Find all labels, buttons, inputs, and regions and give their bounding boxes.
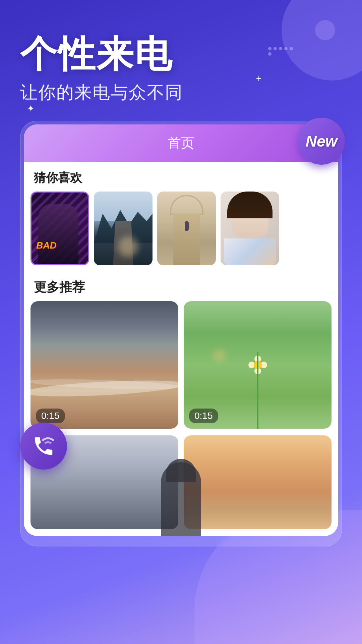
main-title: 个性来电 — [20, 34, 183, 74]
thumbs-row: BAD — [24, 192, 338, 272]
grid-row-1: 0:15 0:15 — [24, 301, 338, 435]
grid-flowers-duration: 0:15 — [189, 409, 218, 423]
header-area: 个性来电 让你的来电与众不同 — [20, 34, 183, 104]
section1-title: 猜你喜欢 — [24, 162, 338, 192]
grid-item-flowers[interactable]: 0:15 — [184, 301, 331, 429]
grid-item-sunset[interactable] — [184, 435, 331, 529]
sparkle-1: ✦ — [27, 104, 35, 113]
new-badge[interactable]: New — [298, 118, 345, 165]
section2-title: 更多推荐 — [24, 272, 338, 301]
sub-title: 让你的来电与众不同 — [20, 81, 183, 104]
bg-circle-top — [282, 0, 362, 80]
sparkle-3: + — [256, 74, 261, 83]
grid-row-2 — [24, 435, 338, 536]
phone-card: New 首页 猜你喜欢 BAD — [20, 121, 342, 546]
phone-icon — [32, 434, 55, 458]
card-content: 猜你喜欢 BAD — [24, 162, 338, 536]
phone-fab[interactable] — [20, 423, 67, 470]
grid-item-beach[interactable]: 0:15 — [31, 301, 178, 429]
card-tab-label: 首页 — [168, 136, 194, 150]
new-badge-text: New — [306, 132, 338, 150]
thumb-girl-bad[interactable]: BAD — [31, 192, 89, 265]
bg-circle-small — [315, 20, 335, 40]
grid-beach-duration: 0:15 — [36, 409, 65, 423]
card-topbar: 首页 — [24, 124, 338, 162]
bg-decoration-dots — [268, 47, 295, 56]
thumb-girl-portrait[interactable] — [221, 192, 279, 265]
phone-card-inner: 首页 猜你喜欢 BAD — [24, 124, 338, 536]
thumb-stairs[interactable] — [157, 192, 216, 265]
